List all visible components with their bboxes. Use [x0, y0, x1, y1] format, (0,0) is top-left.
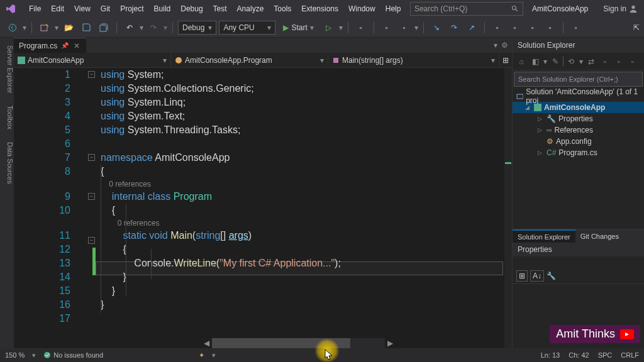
- svg-point-0: [512, 6, 516, 10]
- undo-icon[interactable]: ↶: [122, 20, 137, 35]
- tb-icon-9[interactable]: ▫: [525, 20, 540, 35]
- zoom-level[interactable]: 150 %: [5, 351, 25, 359]
- save-icon[interactable]: [79, 20, 94, 35]
- tab-git-changes[interactable]: Git Changes: [575, 229, 624, 243]
- tb-icon[interactable]: ▫: [599, 55, 611, 68]
- menu-debug[interactable]: Debug: [175, 0, 208, 18]
- tree-item[interactable]: ⚙App.config: [513, 136, 644, 147]
- step-into-icon[interactable]: ↘: [429, 20, 444, 35]
- code-content[interactable]: using System; using System.Collections.G…: [82, 68, 512, 362]
- nav-project-combo[interactable]: AmitConsoleApp ▾: [14, 53, 171, 67]
- categorize-icon[interactable]: ⊞: [516, 270, 528, 282]
- split-editor-icon[interactable]: ⊞: [499, 53, 512, 67]
- pin-icon[interactable]: 📌: [61, 42, 69, 49]
- menubar: File Edit View Git Project Build Debug T…: [0, 0, 644, 18]
- tab-dropdown-icon[interactable]: ▾: [494, 41, 497, 50]
- nav-member-combo[interactable]: Main(string[] args) ▾: [328, 53, 499, 67]
- tb-icon-2[interactable]: ▫: [379, 20, 394, 35]
- step-out-icon[interactable]: ↗: [464, 20, 479, 35]
- menu-test[interactable]: Test: [208, 0, 232, 18]
- tb-icon-11[interactable]: ▫: [569, 20, 584, 35]
- menu-project[interactable]: Project: [115, 0, 148, 18]
- tb-icon-1[interactable]: ▫: [353, 20, 369, 35]
- codelens-references[interactable]: 0 references: [109, 180, 151, 189]
- configuration-dropdown[interactable]: Debug▾: [178, 21, 216, 35]
- menu-file[interactable]: File: [24, 0, 46, 18]
- rail-toolbox[interactable]: Toolbox: [0, 103, 14, 132]
- tree-item[interactable]: ▷C#Program.cs: [513, 147, 644, 158]
- sync-icon[interactable]: ⇄: [585, 55, 597, 68]
- char-col[interactable]: Ch: 42: [569, 351, 589, 359]
- tab-settings-icon[interactable]: ⚙: [501, 41, 508, 50]
- svg-point-6: [175, 57, 182, 63]
- menu-build[interactable]: Build: [149, 0, 176, 18]
- window-title: AmitConsoleApp: [523, 4, 597, 13]
- properties-header: Properties: [513, 243, 644, 256]
- scroll-left-arrow[interactable]: ◀: [201, 339, 212, 348]
- vs-logo-icon: [5, 3, 16, 14]
- code-editor[interactable]: 1 2 3 4 5 6 7 8 9 10 11 12 13 14 15 16 1…: [14, 68, 512, 362]
- tree-item[interactable]: ▷🔧Properties: [513, 113, 644, 124]
- solution-node[interactable]: Solution 'AmitConsoleApp' (1 of 1 proj: [513, 90, 644, 102]
- new-project-icon[interactable]: [37, 20, 52, 35]
- line-ending[interactable]: CRLF: [621, 351, 639, 359]
- tb-icon-3[interactable]: ▫: [397, 20, 412, 35]
- nav-back-icon[interactable]: [5, 20, 20, 35]
- svg-rect-9: [534, 104, 541, 111]
- status-bar: 150 %▾ No issues found ✦▾ Ln: 13 Ch: 42 …: [0, 348, 644, 362]
- tb-icon[interactable]: ▫: [613, 55, 625, 68]
- redo-icon[interactable]: ↷: [146, 20, 161, 35]
- open-file-icon[interactable]: 📂: [61, 20, 76, 35]
- menu-extensions[interactable]: Extensions: [296, 0, 343, 18]
- method-icon: [332, 57, 340, 64]
- tb-icon[interactable]: ✎: [549, 55, 562, 68]
- error-status[interactable]: No issues found: [43, 351, 103, 359]
- tab-solution-explorer[interactable]: Solution Explorer: [513, 229, 575, 243]
- signin-button[interactable]: Sign in: [597, 4, 644, 13]
- scrollbar-minimap[interactable]: [504, 68, 512, 362]
- prop-pages-icon[interactable]: 🔧: [547, 272, 556, 280]
- platform-dropdown[interactable]: Any CPU▾: [219, 21, 275, 35]
- svg-rect-8: [517, 94, 523, 99]
- step-over-icon[interactable]: ↷: [447, 20, 462, 35]
- alpha-sort-icon[interactable]: A↓: [530, 270, 544, 282]
- intellicode-icon[interactable]: ✦: [199, 351, 204, 359]
- indent-mode[interactable]: SPC: [598, 351, 613, 359]
- save-all-icon[interactable]: [96, 20, 111, 35]
- rail-data-sources[interactable]: Data Sources: [0, 140, 14, 187]
- tb-icon-8[interactable]: ▫: [508, 20, 523, 35]
- tree-item[interactable]: ▷▫▫References: [513, 124, 644, 136]
- menu-help[interactable]: Help: [380, 0, 406, 18]
- nav-class-combo[interactable]: AmitConsoleApp.Program ▾: [171, 53, 328, 67]
- tb-icon[interactable]: ▫: [626, 55, 639, 68]
- check-icon: [43, 351, 51, 359]
- home-icon[interactable]: ⌂: [515, 55, 528, 68]
- start-without-debug-icon[interactable]: ▷: [321, 20, 336, 35]
- menu-analyze[interactable]: Analyze: [232, 0, 269, 18]
- quick-launch-search[interactable]: Search (Ctrl+Q): [410, 2, 523, 16]
- tb-icon-10[interactable]: ▫: [543, 20, 558, 35]
- line-col[interactable]: Ln: 13: [541, 351, 560, 359]
- solution-search[interactable]: Search Solution Explorer (Ctrl+;): [514, 72, 643, 87]
- solution-toolbar: ⌂ ◧▾ ✎ ⟲▾ ⇄ ▫ ▫ ▫: [513, 53, 644, 70]
- scroll-thumb[interactable]: [212, 338, 350, 348]
- live-share-icon[interactable]: ⇱: [629, 20, 644, 35]
- tab-program-cs[interactable]: Program.cs 📌 ✕: [14, 38, 86, 53]
- menu-view[interactable]: View: [69, 0, 96, 18]
- svg-point-3: [9, 24, 16, 31]
- menu-tools[interactable]: Tools: [269, 0, 296, 18]
- codelens-references[interactable]: 0 references: [118, 219, 160, 228]
- navigation-bar: AmitConsoleApp ▾ AmitConsoleApp.Program …: [14, 53, 512, 68]
- side-panel: Solution Explorer ⌂ ◧▾ ✎ ⟲▾ ⇄ ▫ ▫ ▫ Sear…: [512, 38, 644, 362]
- tb-icon[interactable]: ◧: [529, 55, 541, 68]
- menu-edit[interactable]: Edit: [46, 0, 69, 18]
- tb-icon-7[interactable]: ▫: [490, 20, 505, 35]
- scroll-right-arrow[interactable]: ▶: [385, 339, 396, 348]
- start-debug-button[interactable]: ▶ Start ▾: [278, 20, 318, 35]
- refresh-icon[interactable]: ⟲: [565, 55, 577, 68]
- rail-server-explorer[interactable]: Server Explorer: [0, 43, 14, 96]
- horizontal-scrollbar[interactable]: ◀ ▶: [201, 338, 396, 348]
- menu-git[interactable]: Git: [96, 0, 115, 18]
- menu-window[interactable]: Window: [343, 0, 380, 18]
- close-icon[interactable]: ✕: [72, 41, 81, 50]
